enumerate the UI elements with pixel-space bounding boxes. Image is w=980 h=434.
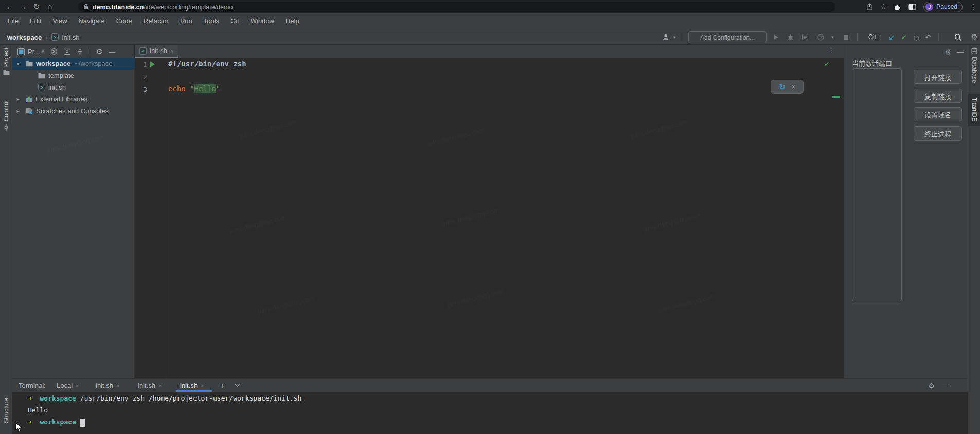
folder-icon — [26, 61, 33, 67]
close-icon[interactable]: × — [76, 383, 79, 389]
menu-refactor[interactable]: Refactor — [138, 13, 174, 29]
expand-all-icon[interactable] — [64, 48, 70, 55]
run-icon[interactable] — [772, 29, 780, 45]
menu-navigate[interactable]: Navigate — [73, 13, 110, 29]
code-editor[interactable]: 1 2 3 #!/usr/bin/env zsh echo "Hello" ✔ … — [135, 58, 844, 378]
git-update-icon[interactable]: ↙ — [887, 29, 896, 45]
database-icon — [971, 47, 977, 54]
close-icon[interactable]: × — [201, 383, 204, 389]
debug-icon[interactable] — [786, 29, 795, 45]
locate-file-icon[interactable] — [50, 48, 58, 55]
tool-tab-database[interactable]: Database — [968, 47, 980, 83]
browser-profile-pill[interactable]: J Paused — [923, 2, 963, 12]
profiler-icon[interactable] — [816, 29, 825, 45]
inspections-ok-icon[interactable]: ✔ — [824, 61, 829, 68]
open-link-button[interactable]: 打开链接 — [914, 70, 962, 84]
back-icon[interactable]: ← — [3, 0, 16, 13]
collapse-all-icon[interactable] — [77, 48, 83, 55]
terminal-tab-init-sh-2[interactable]: init.sh × — [138, 379, 162, 392]
shell-file-icon: > — [139, 47, 147, 55]
new-terminal-icon[interactable]: + — [220, 379, 225, 392]
menu-file[interactable]: File — [2, 13, 24, 29]
tool-tab-structure[interactable]: Structure — [0, 398, 12, 423]
terminal-settings-icon[interactable]: ⚙ — [928, 381, 935, 390]
user-dropdown-icon[interactable]: ▾ — [671, 29, 678, 45]
chevron-right-icon[interactable]: ▸ — [14, 108, 22, 114]
toolbar-settings-icon[interactable]: ⚙ — [969, 29, 979, 45]
tree-row-external-libraries[interactable]: ▸ External Libraries — [12, 93, 135, 105]
project-settings-icon[interactable]: ⚙ — [96, 47, 103, 56]
browser-menu-icon[interactable]: ⋮ — [970, 0, 977, 13]
folder-icon — [38, 73, 45, 79]
tree-label: workspace — [36, 60, 70, 67]
kill-process-button[interactable]: 终止进程 — [914, 126, 962, 141]
stop-icon[interactable] — [842, 29, 850, 45]
commit-icon — [3, 124, 9, 131]
gutter-divider — [165, 58, 165, 378]
terminal-tab-init-sh-1[interactable]: init.sh × — [96, 379, 119, 392]
side-panel-icon[interactable] — [908, 4, 916, 10]
editor-tab-options-icon[interactable]: ⋮ — [828, 46, 834, 54]
chevron-right-icon[interactable]: ▸ — [14, 96, 22, 102]
menu-code[interactable]: Code — [111, 13, 138, 29]
forward-icon[interactable]: → — [16, 0, 30, 13]
hide-project-panel-icon[interactable]: — — [109, 48, 115, 56]
menu-git[interactable]: Git — [225, 13, 245, 29]
git-commit-icon[interactable]: ✔ — [899, 29, 908, 45]
extensions-icon[interactable] — [894, 3, 901, 10]
close-icon[interactable]: × — [170, 48, 173, 54]
menu-help[interactable]: Help — [280, 13, 305, 29]
git-rollback-icon[interactable]: ↶ — [923, 29, 933, 45]
search-everywhere-icon[interactable] — [953, 29, 963, 45]
menu-tools[interactable]: Tools — [198, 13, 225, 29]
shell-file-icon: > — [38, 84, 45, 91]
menu-edit[interactable]: Edit — [24, 13, 47, 29]
breadcrumb-root[interactable]: workspace — [7, 33, 42, 41]
terminal-header: Terminal: Local × init.sh × init.sh × in… — [12, 378, 968, 392]
tree-row-scratches[interactable]: ▸ Scratches and Consoles — [12, 105, 135, 117]
project-tab-label: Project — [3, 48, 10, 67]
rerun-floating-widget: ↻ × — [771, 80, 804, 94]
copy-link-button[interactable]: 复制链接 — [914, 89, 962, 103]
rerun-icon[interactable]: ↻ — [779, 82, 786, 92]
git-history-icon[interactable]: ◷ — [912, 29, 921, 45]
tree-row-init-sh[interactable]: > init.sh — [12, 81, 135, 93]
address-bar[interactable]: demo.titanide.cn/ide/web/coding/template… — [78, 2, 835, 12]
tool-tab-project[interactable]: Project — [0, 48, 12, 75]
bookmark-star-icon[interactable]: ☆ — [880, 0, 887, 13]
project-view-selector[interactable]: Pr... — [28, 48, 40, 56]
terminal-output[interactable]: ➜ workspace /usr/bin/env zsh /home/proje… — [12, 392, 968, 434]
coverage-icon[interactable] — [800, 29, 810, 45]
project-view-dropdown-icon[interactable]: ▾ — [42, 49, 44, 54]
hide-terminal-icon[interactable]: — — [942, 381, 949, 389]
add-configuration-button[interactable]: Add Configuration... — [688, 31, 767, 43]
menu-view[interactable]: View — [47, 13, 73, 29]
user-account-icon[interactable] — [661, 29, 671, 45]
editor-tab-init-sh[interactable]: > init.sh × — [135, 45, 178, 58]
hide-panel-icon[interactable]: — — [957, 48, 964, 56]
close-icon[interactable]: × — [792, 83, 795, 91]
tool-tab-commit[interactable]: Commit — [0, 100, 12, 131]
menu-run[interactable]: Run — [174, 13, 198, 29]
menu-window[interactable]: Window — [245, 13, 280, 29]
run-line-icon[interactable] — [150, 61, 155, 67]
run-dropdown-icon[interactable]: ▾ — [829, 29, 835, 45]
code-line-shebang: #!/usr/bin/env zsh — [168, 60, 246, 68]
tool-tab-titanide[interactable]: TitanIDE — [968, 94, 980, 126]
share-icon[interactable] — [866, 3, 873, 10]
chevron-down-icon[interactable]: ▾ — [14, 61, 22, 66]
active-ports-label: 当前激活端口 — [852, 58, 892, 68]
breadcrumb-file[interactable]: init.sh — [62, 33, 80, 41]
tree-row-workspace[interactable]: ▾ workspace ~/workspace — [12, 58, 135, 70]
tree-row-template[interactable]: template — [12, 70, 135, 81]
close-icon[interactable]: × — [116, 383, 119, 389]
panel-settings-icon[interactable]: ⚙ — [945, 48, 951, 56]
terminal-tab-local[interactable]: Local × — [57, 379, 79, 392]
home-icon[interactable]: ⌂ — [43, 0, 57, 13]
refresh-icon[interactable]: ↻ — [30, 0, 43, 13]
project-view-icon[interactable] — [17, 48, 25, 55]
close-icon[interactable]: × — [158, 383, 162, 389]
terminal-dropdown-icon[interactable] — [235, 379, 240, 392]
set-domain-button[interactable]: 设置域名 — [914, 107, 962, 121]
libraries-icon — [26, 96, 32, 102]
